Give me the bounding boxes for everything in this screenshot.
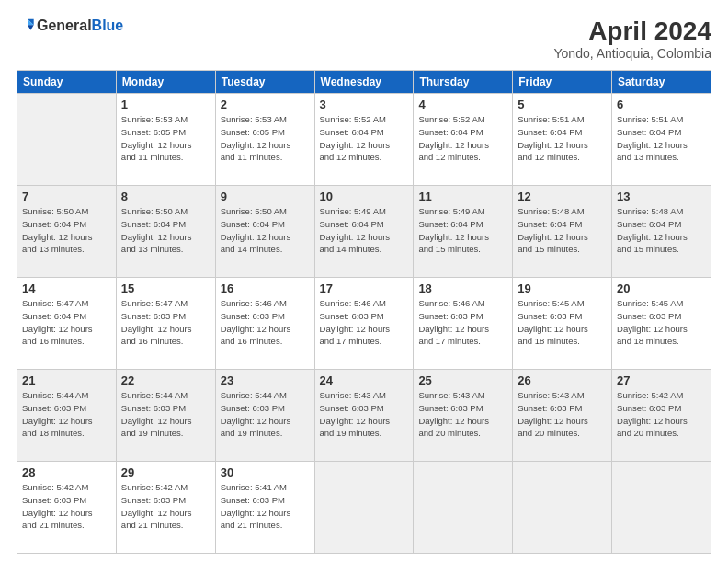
calendar-week-row: 28Sunrise: 5:42 AM Sunset: 6:03 PM Dayli… (17, 462, 711, 554)
day-number: 7 (22, 190, 111, 203)
logo-icon (17, 17, 35, 35)
day-number: 17 (320, 282, 409, 295)
table-row: 14Sunrise: 5:47 AM Sunset: 6:04 PM Dayli… (17, 278, 117, 370)
day-detail: Sunrise: 5:45 AM Sunset: 6:03 PM Dayligh… (518, 297, 607, 348)
day-number: 15 (121, 282, 210, 295)
day-detail: Sunrise: 5:44 AM Sunset: 6:03 PM Dayligh… (121, 389, 210, 440)
col-tuesday: Tuesday (215, 71, 314, 94)
day-number: 8 (121, 190, 210, 203)
calendar-header-row: Sunday Monday Tuesday Wednesday Thursday… (17, 71, 711, 94)
table-row: 17Sunrise: 5:46 AM Sunset: 6:03 PM Dayli… (314, 278, 414, 370)
day-number: 16 (221, 282, 310, 295)
day-detail: Sunrise: 5:44 AM Sunset: 6:03 PM Dayligh… (22, 389, 111, 440)
table-row (17, 94, 117, 186)
table-row: 21Sunrise: 5:44 AM Sunset: 6:03 PM Dayli… (17, 370, 117, 462)
table-row (612, 462, 711, 554)
day-detail: Sunrise: 5:45 AM Sunset: 6:03 PM Dayligh… (617, 297, 706, 348)
day-number: 13 (617, 190, 706, 203)
table-row (314, 462, 414, 554)
table-row: 20Sunrise: 5:45 AM Sunset: 6:03 PM Dayli… (612, 278, 711, 370)
calendar-week-row: 7Sunrise: 5:50 AM Sunset: 6:04 PM Daylig… (17, 186, 711, 278)
day-detail: Sunrise: 5:50 AM Sunset: 6:04 PM Dayligh… (121, 205, 210, 256)
day-detail: Sunrise: 5:49 AM Sunset: 6:04 PM Dayligh… (320, 205, 409, 256)
day-number: 4 (418, 98, 507, 111)
day-number: 18 (418, 282, 507, 295)
table-row: 3Sunrise: 5:52 AM Sunset: 6:04 PM Daylig… (314, 94, 414, 186)
day-detail: Sunrise: 5:43 AM Sunset: 6:03 PM Dayligh… (320, 389, 409, 440)
table-row: 2Sunrise: 5:53 AM Sunset: 6:05 PM Daylig… (215, 94, 314, 186)
title-area: April 2024 Yondo, Antioquia, Colombia (554, 17, 712, 61)
col-wednesday: Wednesday (314, 71, 414, 94)
day-detail: Sunrise: 5:42 AM Sunset: 6:03 PM Dayligh… (121, 481, 210, 532)
day-detail: Sunrise: 5:48 AM Sunset: 6:04 PM Dayligh… (617, 205, 706, 256)
day-detail: Sunrise: 5:53 AM Sunset: 6:05 PM Dayligh… (221, 113, 310, 164)
table-row: 4Sunrise: 5:52 AM Sunset: 6:04 PM Daylig… (414, 94, 513, 186)
logo: GeneralBlue (17, 17, 123, 35)
day-number: 29 (121, 465, 210, 479)
table-row: 25Sunrise: 5:43 AM Sunset: 6:03 PM Dayli… (414, 370, 513, 462)
day-detail: Sunrise: 5:41 AM Sunset: 6:03 PM Dayligh… (221, 481, 310, 532)
table-row: 27Sunrise: 5:42 AM Sunset: 6:03 PM Dayli… (612, 370, 711, 462)
table-row: 6Sunrise: 5:51 AM Sunset: 6:04 PM Daylig… (612, 94, 711, 186)
month-title: April 2024 (554, 17, 712, 46)
table-row: 28Sunrise: 5:42 AM Sunset: 6:03 PM Dayli… (17, 462, 117, 554)
day-detail: Sunrise: 5:51 AM Sunset: 6:04 PM Dayligh… (617, 113, 706, 164)
col-thursday: Thursday (414, 71, 513, 94)
table-row: 30Sunrise: 5:41 AM Sunset: 6:03 PM Dayli… (215, 462, 314, 554)
day-detail: Sunrise: 5:42 AM Sunset: 6:03 PM Dayligh… (22, 481, 111, 532)
table-row: 16Sunrise: 5:46 AM Sunset: 6:03 PM Dayli… (215, 278, 314, 370)
day-detail: Sunrise: 5:52 AM Sunset: 6:04 PM Dayligh… (320, 113, 409, 164)
day-number: 5 (518, 98, 607, 111)
day-number: 12 (518, 190, 607, 203)
table-row: 8Sunrise: 5:50 AM Sunset: 6:04 PM Daylig… (116, 186, 215, 278)
day-detail: Sunrise: 5:48 AM Sunset: 6:04 PM Dayligh… (518, 205, 607, 256)
day-number: 9 (221, 190, 310, 203)
day-number: 3 (320, 98, 409, 111)
day-detail: Sunrise: 5:51 AM Sunset: 6:04 PM Dayligh… (518, 113, 607, 164)
table-row (414, 462, 513, 554)
day-number: 1 (121, 98, 210, 111)
day-number: 25 (418, 373, 507, 387)
table-row: 5Sunrise: 5:51 AM Sunset: 6:04 PM Daylig… (513, 94, 612, 186)
day-detail: Sunrise: 5:43 AM Sunset: 6:03 PM Dayligh… (418, 389, 507, 440)
day-number: 20 (617, 282, 706, 295)
col-monday: Monday (116, 71, 215, 94)
day-detail: Sunrise: 5:52 AM Sunset: 6:04 PM Dayligh… (418, 113, 507, 164)
day-detail: Sunrise: 5:49 AM Sunset: 6:04 PM Dayligh… (418, 205, 507, 256)
day-detail: Sunrise: 5:47 AM Sunset: 6:03 PM Dayligh… (121, 297, 210, 348)
calendar-table: Sunday Monday Tuesday Wednesday Thursday… (17, 70, 711, 554)
table-row: 10Sunrise: 5:49 AM Sunset: 6:04 PM Dayli… (314, 186, 414, 278)
day-number: 14 (22, 282, 111, 295)
page: GeneralBlue April 2024 Yondo, Antioquia,… (0, 0, 728, 563)
table-row: 29Sunrise: 5:42 AM Sunset: 6:03 PM Dayli… (116, 462, 215, 554)
logo-text: GeneralBlue (37, 17, 123, 34)
calendar-week-row: 1Sunrise: 5:53 AM Sunset: 6:05 PM Daylig… (17, 94, 711, 186)
day-number: 2 (221, 98, 310, 111)
day-detail: Sunrise: 5:47 AM Sunset: 6:04 PM Dayligh… (22, 297, 111, 348)
table-row: 18Sunrise: 5:46 AM Sunset: 6:03 PM Dayli… (414, 278, 513, 370)
table-row: 23Sunrise: 5:44 AM Sunset: 6:03 PM Dayli… (215, 370, 314, 462)
day-number: 10 (320, 190, 409, 203)
day-detail: Sunrise: 5:44 AM Sunset: 6:03 PM Dayligh… (221, 389, 310, 440)
day-number: 26 (518, 373, 607, 387)
day-number: 6 (617, 98, 706, 111)
day-detail: Sunrise: 5:46 AM Sunset: 6:03 PM Dayligh… (418, 297, 507, 348)
col-saturday: Saturday (612, 71, 711, 94)
table-row: 13Sunrise: 5:48 AM Sunset: 6:04 PM Dayli… (612, 186, 711, 278)
day-number: 19 (518, 282, 607, 295)
table-row: 19Sunrise: 5:45 AM Sunset: 6:03 PM Dayli… (513, 278, 612, 370)
col-sunday: Sunday (17, 71, 117, 94)
day-number: 23 (221, 373, 310, 387)
day-number: 28 (22, 465, 111, 479)
table-row: 7Sunrise: 5:50 AM Sunset: 6:04 PM Daylig… (17, 186, 117, 278)
day-detail: Sunrise: 5:53 AM Sunset: 6:05 PM Dayligh… (121, 113, 210, 164)
day-detail: Sunrise: 5:43 AM Sunset: 6:03 PM Dayligh… (518, 389, 607, 440)
table-row: 26Sunrise: 5:43 AM Sunset: 6:03 PM Dayli… (513, 370, 612, 462)
day-number: 30 (221, 465, 310, 479)
table-row: 12Sunrise: 5:48 AM Sunset: 6:04 PM Dayli… (513, 186, 612, 278)
col-friday: Friday (513, 71, 612, 94)
day-detail: Sunrise: 5:50 AM Sunset: 6:04 PM Dayligh… (22, 205, 111, 256)
day-detail: Sunrise: 5:46 AM Sunset: 6:03 PM Dayligh… (221, 297, 310, 348)
table-row (513, 462, 612, 554)
table-row: 24Sunrise: 5:43 AM Sunset: 6:03 PM Dayli… (314, 370, 414, 462)
